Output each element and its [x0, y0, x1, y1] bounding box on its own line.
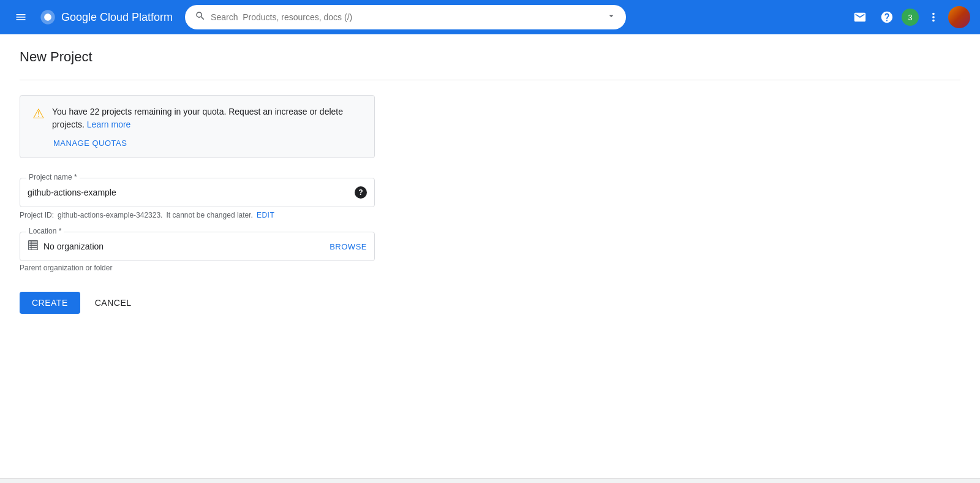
logo-text: Google Cloud Platform [61, 11, 173, 24]
form-container: Project name * ? Project ID: github-acti… [20, 178, 375, 314]
project-name-label: Project name * [26, 173, 80, 181]
search-icon [195, 10, 206, 25]
project-id-prefix: Project ID: [20, 211, 54, 219]
project-id-suffix: It cannot be changed later. [166, 211, 252, 219]
location-label: Location * [26, 227, 64, 235]
location-value: No organization [43, 242, 330, 251]
warning-icon: ⚠ [32, 106, 45, 122]
project-name-wrapper: Project name * ? [20, 178, 375, 207]
menu-icon[interactable] [10, 6, 32, 28]
topbar: Google Cloud Platform 3 [0, 0, 980, 34]
topbar-actions: 3 [848, 5, 970, 29]
cancel-button[interactable]: CANCEL [85, 292, 141, 314]
location-field-group: Location * No organization BROWSE Parent… [20, 232, 375, 272]
browse-link[interactable]: BROWSE [330, 242, 367, 251]
project-id-text: Project ID: github-actions-example-34232… [20, 211, 375, 219]
warning-text: You have 22 projects remaining in your q… [52, 105, 362, 131]
button-row: CREATE CANCEL [20, 292, 375, 314]
avatar[interactable] [948, 6, 970, 28]
search-input[interactable] [211, 12, 601, 22]
project-name-help-icon[interactable]: ? [355, 186, 367, 199]
learn-more-link[interactable]: Learn more [87, 120, 131, 129]
search-dropdown-icon[interactable] [606, 11, 616, 23]
help-icon[interactable] [875, 5, 899, 29]
project-name-input[interactable] [28, 178, 355, 207]
project-id-value: github-actions-example-342323. [58, 211, 162, 219]
notification-badge[interactable]: 3 [902, 9, 919, 26]
page-title: New Project [20, 49, 960, 65]
project-name-field-group: Project name * ? Project ID: github-acti… [20, 178, 375, 219]
organization-icon [28, 240, 39, 253]
location-wrapper: Location * No organization BROWSE [20, 232, 375, 261]
app-logo: Google Cloud Platform [39, 9, 173, 26]
warning-box: ⚠ You have 22 projects remaining in your… [20, 95, 375, 158]
email-icon[interactable] [848, 5, 872, 29]
edit-project-id-link[interactable]: EDIT [257, 211, 274, 219]
manage-quotas-link[interactable]: MANAGE QUOTAS [53, 139, 362, 148]
page-content: New Project ⚠ You have 22 projects remai… [0, 34, 980, 329]
search-bar[interactable] [185, 5, 626, 29]
location-hint: Parent organization or folder [20, 264, 375, 272]
warning-row: ⚠ You have 22 projects remaining in your… [32, 105, 362, 131]
create-button[interactable]: CREATE [20, 292, 80, 314]
more-options-icon[interactable] [921, 5, 946, 29]
divider [20, 80, 960, 80]
